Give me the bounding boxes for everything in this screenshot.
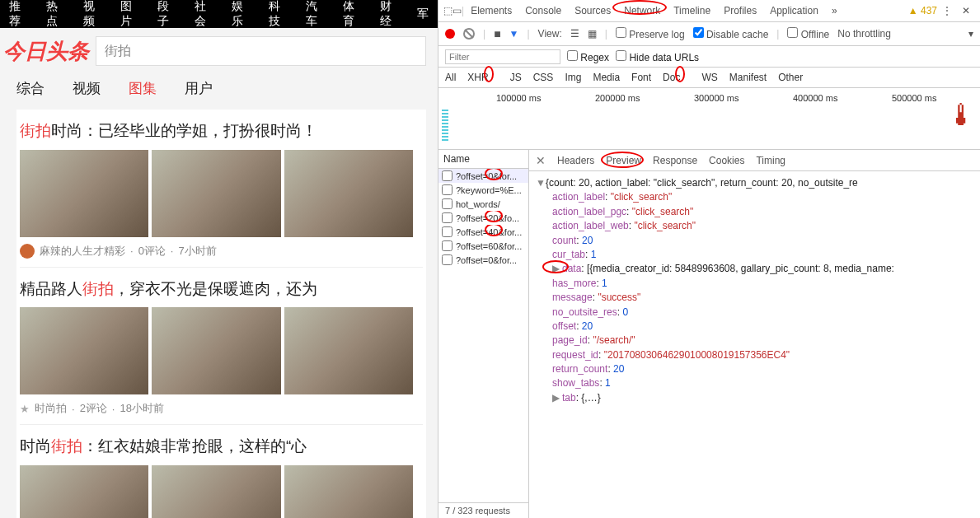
- dt-tab-console[interactable]: Console: [518, 2, 568, 20]
- request-count: 7 / 323 requests: [438, 502, 528, 518]
- thumb[interactable]: [20, 465, 148, 518]
- json-preview[interactable]: ▼{count: 20, action_label: "click_search…: [529, 171, 980, 518]
- type-all[interactable]: All: [445, 72, 456, 83]
- result-tabs: 综合 视频 图集 用户: [0, 71, 438, 110]
- dt-menu-icon[interactable]: ⋮: [937, 5, 957, 16]
- dt-tab-network[interactable]: Network: [617, 2, 667, 20]
- search-input[interactable]: [96, 36, 426, 66]
- tab-yonghu[interactable]: 用户: [185, 79, 213, 98]
- thumb[interactable]: [152, 307, 280, 394]
- close-detail-icon[interactable]: ✕: [536, 154, 546, 167]
- nav-item[interactable]: 军: [410, 7, 436, 21]
- filter-icon[interactable]: ▼: [509, 28, 519, 40]
- author[interactable]: 麻辣的人生才精彩: [40, 244, 125, 259]
- thumb[interactable]: [152, 465, 280, 518]
- thumb[interactable]: [284, 465, 413, 518]
- inspect-icon[interactable]: ⬚: [443, 5, 452, 16]
- type-manifest[interactable]: Manifest: [729, 72, 767, 83]
- nav-item[interactable]: 推荐: [2, 0, 39, 29]
- nav-item[interactable]: 科技: [261, 0, 298, 29]
- dt-tab-elements[interactable]: Elements: [464, 2, 518, 20]
- request-row[interactable]: ?keyword=%E...: [438, 183, 528, 197]
- devtools: ⬚ ▭ | Elements Console Sources Network T…: [438, 0, 980, 518]
- request-row[interactable]: ?offset=20&fo...: [438, 211, 528, 225]
- type-img[interactable]: Img: [565, 72, 581, 83]
- device-icon[interactable]: ▭: [452, 5, 462, 16]
- view-list-icon[interactable]: ☰: [570, 28, 579, 40]
- request-row[interactable]: ?offset=0&for...: [438, 253, 528, 267]
- nav-item[interactable]: 体育: [335, 0, 373, 29]
- type-xhr[interactable]: XHR: [467, 72, 498, 83]
- dt-tab-sources[interactable]: Sources: [568, 2, 617, 20]
- request-row[interactable]: ?offset=0&for...: [438, 169, 528, 183]
- subtab-headers[interactable]: Headers: [557, 155, 594, 166]
- network-filter-input[interactable]: [445, 49, 560, 64]
- subtab-cookies[interactable]: Cookies: [709, 155, 744, 166]
- request-row[interactable]: ?offset=60&for...: [438, 239, 528, 253]
- record-icon[interactable]: [445, 29, 455, 39]
- site-logo[interactable]: 今日头条: [3, 37, 96, 66]
- dt-tab-profiles[interactable]: Profiles: [717, 2, 763, 20]
- nav-item[interactable]: 财经: [373, 0, 410, 29]
- waterfall-timeline[interactable]: 100000 ms 200000 ms 300000 ms 400000 ms …: [438, 88, 980, 150]
- star-icon: ★: [20, 403, 30, 415]
- type-css[interactable]: CSS: [533, 72, 554, 83]
- name-column-header[interactable]: Name: [438, 150, 528, 169]
- dt-tab-application[interactable]: Application: [763, 2, 825, 20]
- author[interactable]: 时尚拍: [35, 401, 67, 416]
- thumb[interactable]: [20, 307, 148, 394]
- capture-icon[interactable]: ■: [494, 27, 500, 40]
- thermometer-icon: 🌡: [947, 98, 977, 133]
- nav-item[interactable]: 热点: [39, 0, 76, 29]
- dt-tab-timeline[interactable]: Timeline: [667, 2, 717, 20]
- article-item[interactable]: 时尚街拍：红衣姑娘非常抢眼，这样的“心: [20, 425, 423, 518]
- subtab-preview[interactable]: Preview: [606, 155, 641, 166]
- dt-close-icon[interactable]: ✕: [957, 5, 975, 16]
- request-row[interactable]: hot_words/: [438, 197, 528, 211]
- site-nav: 推荐 热点 视频 图片 段子 社会 娱乐 科技 汽车 体育 财经 军: [0, 0, 438, 28]
- article-item[interactable]: 街拍时尚：已经毕业的学姐，打扮很时尚！ 麻辣的人生才精彩 · 0评论 · 7小时…: [20, 110, 423, 268]
- article-item[interactable]: 精品路人街拍，穿衣不光是保暖遮肉，还为 ★时尚拍 · 2评论 · 18小时前: [20, 268, 423, 426]
- type-js[interactable]: JS: [510, 72, 522, 83]
- subtab-timing[interactable]: Timing: [756, 155, 785, 166]
- preserve-log[interactable]: Preserve log: [616, 27, 685, 40]
- tab-tuji[interactable]: 图集: [129, 79, 157, 98]
- type-media[interactable]: Media: [593, 72, 620, 83]
- dt-tabs-overflow[interactable]: »: [825, 2, 844, 20]
- thumb[interactable]: [152, 150, 280, 237]
- disable-cache[interactable]: Disable cache: [693, 27, 769, 40]
- subtab-response[interactable]: Response: [653, 155, 697, 166]
- nav-item[interactable]: 视频: [76, 0, 113, 29]
- type-ws[interactable]: WS: [701, 72, 717, 83]
- thumb[interactable]: [284, 150, 413, 237]
- nav-item[interactable]: 社会: [187, 0, 224, 29]
- hide-dataurl-toggle[interactable]: Hide data URLs: [616, 50, 699, 63]
- nav-item[interactable]: 图片: [113, 0, 150, 29]
- warning-count[interactable]: ▲ 437: [908, 5, 937, 16]
- view-label: View:: [538, 28, 562, 40]
- avatar: [20, 244, 35, 259]
- throttling-select[interactable]: No throttling: [837, 28, 891, 40]
- type-doc[interactable]: Doc: [663, 72, 690, 83]
- nav-item[interactable]: 段子: [150, 0, 187, 29]
- regex-toggle[interactable]: Regex: [567, 50, 609, 63]
- type-font[interactable]: Font: [631, 72, 651, 83]
- thumb[interactable]: [20, 150, 148, 237]
- drawer-icon[interactable]: ▾: [968, 28, 973, 40]
- tab-zonghe[interactable]: 综合: [16, 79, 45, 98]
- request-row[interactable]: ?offset=40&for...: [438, 225, 528, 239]
- offline[interactable]: Offline: [787, 27, 829, 40]
- view-large-icon[interactable]: ▦: [588, 28, 597, 40]
- nav-item[interactable]: 娱乐: [224, 0, 261, 29]
- clear-icon[interactable]: [463, 28, 475, 40]
- feed: 街拍时尚：已经毕业的学姐，打扮很时尚！ 麻辣的人生才精彩 · 0评论 · 7小时…: [16, 110, 426, 518]
- type-other[interactable]: Other: [778, 72, 803, 83]
- nav-item[interactable]: 汽车: [298, 0, 335, 29]
- thumb[interactable]: [284, 307, 413, 394]
- tab-shipin[interactable]: 视频: [73, 79, 101, 98]
